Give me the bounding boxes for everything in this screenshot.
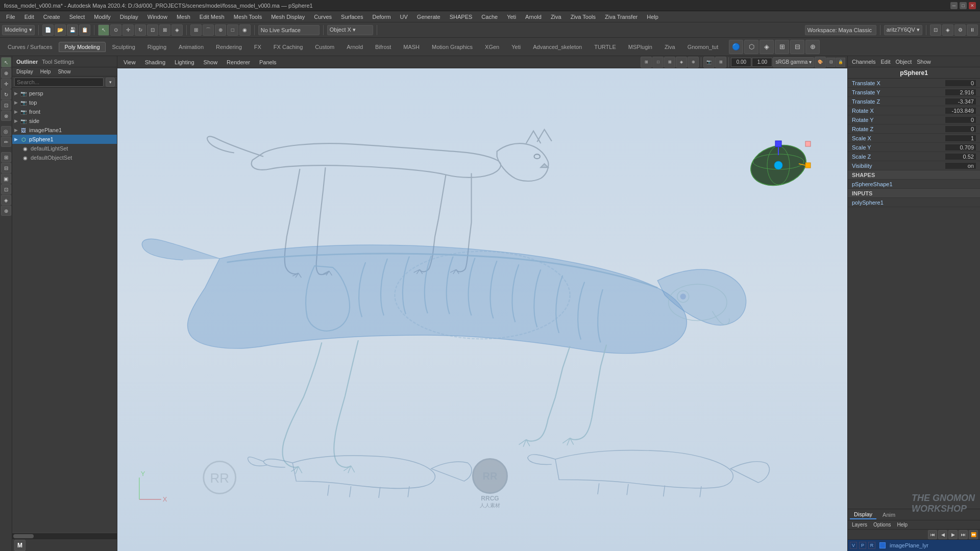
save-file-btn[interactable]: 💾 <box>67 24 78 36</box>
snap-point-btn[interactable]: ⊕ <box>215 24 226 36</box>
view-tool-6[interactable]: ⊕ <box>1 206 11 216</box>
vp-gamma-dropdown[interactable]: sRGB gamma ▾ <box>773 57 814 67</box>
channel-rotate-x[interactable]: Rotate X -103.849 <box>848 106 980 115</box>
brush-tool[interactable]: ✏ <box>1 137 11 147</box>
shapes-section-header[interactable]: SHAPES <box>848 170 980 180</box>
shapes-item-1[interactable]: pSphereShape1 <box>848 180 980 189</box>
layer-v-icon[interactable]: V <box>850 542 857 549</box>
shelf-icon-2[interactable]: ⬡ <box>744 40 758 54</box>
shelf-tab-ziva[interactable]: Ziva <box>659 42 681 52</box>
channel-rotate-y[interactable]: Rotate Y 0 <box>848 115 980 124</box>
outliner-menu-show[interactable]: Show <box>56 69 72 74</box>
menu-edit-mesh[interactable]: Edit Mesh <box>195 13 229 21</box>
shelf-tab-bifrost[interactable]: Bifrost <box>370 42 397 52</box>
pause-btn[interactable]: ⏸ <box>967 24 978 36</box>
select-tool[interactable]: ↖ <box>1 57 11 67</box>
menu-ziva-tools[interactable]: Ziva Tools <box>567 13 600 21</box>
minimize-button[interactable]: ─ <box>950 2 958 9</box>
layer-nav-5[interactable]: ⏩ <box>969 530 978 539</box>
lasso-tool-btn[interactable]: ⊙ <box>110 24 121 36</box>
ipr-btn[interactable]: ◈ <box>942 24 953 36</box>
shelf-tab-advanced[interactable]: Advanced_skeleton <box>527 42 587 52</box>
soft-mod-btn[interactable]: ◈ <box>172 24 183 36</box>
menu-mesh-tools[interactable]: Mesh Tools <box>230 13 266 21</box>
outliner-item-top[interactable]: ▶ 📷 top <box>12 98 117 107</box>
menu-generate[interactable]: Generate <box>413 13 445 21</box>
render-settings-btn[interactable]: ⚙ <box>954 24 966 36</box>
outliner-item-imageplane[interactable]: ▶ 🖼 imagePlane1 <box>12 126 117 135</box>
select-tool-btn[interactable]: ↖ <box>98 24 109 36</box>
outliner-hscrollbar[interactable] <box>12 533 117 539</box>
menu-edit[interactable]: Edit <box>20 13 38 21</box>
menu-curves[interactable]: Curves <box>310 13 336 21</box>
menu-cache[interactable]: Cache <box>477 13 502 21</box>
inputs-section-header[interactable]: INPUTS <box>848 189 980 198</box>
menu-modify[interactable]: Modify <box>90 13 114 21</box>
outliner-options-btn[interactable]: ▾ <box>106 78 115 87</box>
layer-tab-anim[interactable]: Anim <box>878 511 899 519</box>
shelf-tab-animation[interactable]: Animation <box>173 42 209 52</box>
snap-curve-btn[interactable]: ⌒ <box>203 24 214 36</box>
viewport-menu-lighting[interactable]: Lighting <box>170 58 199 66</box>
outliner-scroll-thumb[interactable] <box>13 534 34 538</box>
shelf-icon-4[interactable]: ⊞ <box>775 40 789 54</box>
viewport[interactable]: View Shading Lighting Show Renderer Pane… <box>117 56 847 551</box>
channel-translate-z[interactable]: Translate Z -3.347 <box>848 97 980 106</box>
vp-field-1[interactable] <box>731 58 751 67</box>
open-file-btn[interactable]: 📂 <box>55 24 66 36</box>
layer-item-imageplane[interactable]: V P R imagePlane_lyr <box>848 540 980 551</box>
translate-btn[interactable]: ✛ <box>122 24 134 36</box>
outliner-icon-m[interactable]: M <box>14 540 26 551</box>
menu-create[interactable]: Create <box>39 13 64 21</box>
vp-camera-btn[interactable]: 📷 <box>703 57 715 68</box>
view-tool-1[interactable]: ⊞ <box>1 152 11 162</box>
shelf-icon-3[interactable]: ◈ <box>760 40 774 54</box>
shelf-tab-poly[interactable]: Poly Modeling <box>59 42 105 52</box>
layer-nav-next[interactable]: ▶ <box>948 530 958 539</box>
shelf-icon-5[interactable]: ⊟ <box>790 40 804 54</box>
shelf-tab-mash[interactable]: MASH <box>398 42 425 52</box>
shelf-tab-custom[interactable]: Custom <box>309 42 340 52</box>
viewport-content[interactable]: X Y RR <box>117 68 847 551</box>
menu-arnold[interactable]: Arnold <box>521 13 546 21</box>
shelf-tab-yeti[interactable]: Yeti <box>506 42 526 52</box>
layer-p-icon[interactable]: P <box>859 542 866 549</box>
layer-tab-display[interactable]: Display <box>850 510 876 519</box>
viewport-menu-shading[interactable]: Shading <box>141 58 169 66</box>
shelf-tab-turtle[interactable]: TURTLE <box>589 42 622 52</box>
vp-lock-icon[interactable]: 🔒 <box>836 58 845 67</box>
menu-window[interactable]: Window <box>143 13 172 21</box>
user-dropdown[interactable]: aritz7Y6QV ▾ <box>884 25 922 35</box>
menu-ziva-transfer[interactable]: Ziva Transfer <box>601 13 642 21</box>
menu-yeti[interactable]: Yeti <box>503 13 520 21</box>
menu-display[interactable]: Display <box>116 13 142 21</box>
outliner-item-side[interactable]: ▶ 📷 side <box>12 116 117 126</box>
shelf-tab-fx[interactable]: FX <box>249 42 267 52</box>
view-tool-5[interactable]: ◈ <box>1 195 11 205</box>
tool-settings-link[interactable]: Tool Settings <box>42 59 74 65</box>
layer-menu-help[interactable]: Help <box>895 522 910 528</box>
menu-deform[interactable]: Deform <box>368 13 395 21</box>
vp-icon-1[interactable]: ⊞ <box>641 57 652 68</box>
vp-field-2[interactable] <box>752 58 772 67</box>
vp-color-btn[interactable]: 🎨 <box>815 57 826 68</box>
view-tool-2[interactable]: ⊟ <box>1 163 11 173</box>
ch-menu-edit[interactable]: Edit <box>880 59 890 65</box>
viewport-menu-panels[interactable]: Panels <box>255 58 281 66</box>
channel-translate-y[interactable]: Translate Y 2.916 <box>848 88 980 97</box>
ch-menu-object[interactable]: Object <box>895 59 912 65</box>
rotate-tool[interactable]: ↻ <box>1 89 11 99</box>
layer-menu-layers[interactable]: Layers <box>850 522 869 528</box>
layer-r-icon[interactable]: R <box>868 542 875 549</box>
maximize-button[interactable]: □ <box>960 2 967 9</box>
inputs-item-1[interactable]: polySphere1 <box>848 198 980 207</box>
outliner-item-defaultlightset[interactable]: ◉ defaultLightSet <box>12 144 117 153</box>
shelf-tab-sculpting[interactable]: Sculpting <box>107 42 141 52</box>
outliner-item-defaultobjectset[interactable]: ◉ defaultObjectSet <box>12 153 117 162</box>
layer-nav-first[interactable]: ⏮ <box>928 530 937 539</box>
outliner-menu-display[interactable]: Display <box>14 69 35 74</box>
layer-nav-last[interactable]: ⏭ <box>959 530 968 539</box>
view-tool-4[interactable]: ⊡ <box>1 184 11 194</box>
workspace-dropdown[interactable]: Workspace: Maya Classic <box>805 25 876 35</box>
shelf-tab-arnold[interactable]: Arnold <box>341 42 369 52</box>
